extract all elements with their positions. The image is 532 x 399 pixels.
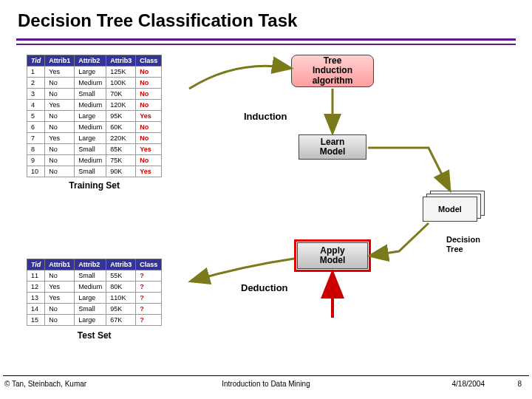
flow-arrows (15, 52, 517, 362)
footer-page: 8 (517, 380, 522, 388)
footer-date: 4/18/2004 (452, 380, 485, 388)
diagram-area: Tid Attrib1 Attrib2 Attrib3 Class 1YesLa… (15, 52, 517, 362)
footer-course: Introduction to Data Mining (222, 380, 310, 388)
slide: Decision Tree Classification Task Tid At… (0, 0, 532, 399)
title-rules (16, 38, 516, 45)
footer: © Tan, Steinbach, Kumar Introduction to … (3, 375, 529, 395)
slide-title: Decision Tree Classification Task (0, 0, 532, 34)
